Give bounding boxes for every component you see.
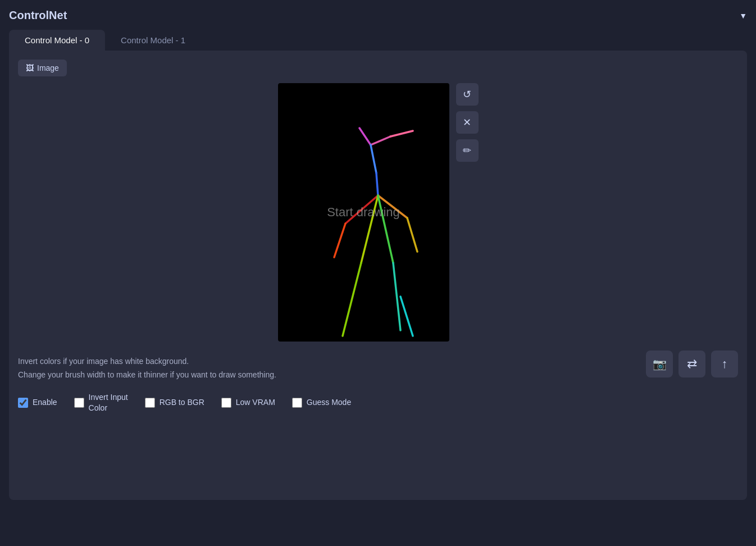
upload-button[interactable]: ↑ [711, 351, 738, 377]
image-icon: 🖼 [26, 63, 34, 72]
image-upload-row: 🖼 Image [18, 60, 738, 76]
svg-line-3 [371, 145, 376, 173]
app-header: ControlNet ▼ [9, 9, 747, 22]
svg-line-12 [393, 263, 400, 330]
app-container: ControlNet ▼ Control Model - 0 Control M… [0, 0, 756, 546]
svg-line-8 [407, 218, 417, 252]
action-buttons-group: 📷 ⇄ ↑ [646, 351, 738, 377]
rgb-to-bgr-checkbox-item[interactable]: RGB to BGR [145, 397, 204, 408]
close-icon: ✕ [463, 116, 471, 129]
invert-input-color-label: Invert InputColor [89, 392, 128, 414]
invert-input-color-checkbox[interactable] [74, 398, 84, 408]
enable-checkbox[interactable] [18, 398, 28, 408]
collapse-icon[interactable]: ▼ [739, 11, 747, 20]
swap-icon: ⇄ [687, 357, 697, 371]
main-panel: 🖼 Image [9, 51, 747, 500]
invert-input-color-checkbox-item[interactable]: Invert InputColor [74, 392, 128, 414]
app-title: ControlNet [9, 9, 67, 22]
camera-icon: 📷 [653, 357, 667, 371]
upload-icon: ↑ [722, 357, 728, 371]
svg-line-10 [343, 263, 361, 336]
rgb-to-bgr-label: RGB to BGR [160, 397, 204, 408]
image-tab-label: Image [37, 63, 59, 72]
tab-control-model-0[interactable]: Control Model - 0 [9, 30, 105, 51]
svg-line-13 [400, 297, 413, 336]
hint-line2: Change your brush width to make it thinn… [18, 368, 646, 382]
svg-line-5 [345, 195, 378, 224]
image-tab-button[interactable]: 🖼 Image [18, 60, 67, 76]
svg-line-4 [376, 173, 378, 195]
guess-mode-checkbox-item[interactable]: Guess Mode [292, 397, 351, 408]
camera-button[interactable]: 📷 [646, 351, 673, 377]
drawing-canvas[interactable]: Start drawing [278, 83, 449, 342]
checkboxes-row: Enable Invert InputColor RGB to BGR Low … [18, 392, 738, 414]
edit-button[interactable]: ✏ [456, 139, 479, 162]
svg-line-2 [390, 131, 413, 136]
undo-button[interactable]: ↺ [456, 83, 479, 106]
low-vram-checkbox-item[interactable]: Low VRAM [221, 397, 275, 408]
rgb-to-bgr-checkbox[interactable] [145, 398, 155, 408]
enable-label: Enable [33, 397, 57, 408]
tabs-row: Control Model - 0 Control Model - 1 [9, 30, 747, 51]
canvas-side-controls: ↺ ✕ ✏ [456, 83, 479, 342]
svg-line-1 [371, 136, 390, 145]
low-vram-checkbox[interactable] [221, 398, 231, 408]
svg-line-6 [334, 224, 345, 257]
close-button[interactable]: ✕ [456, 111, 479, 134]
enable-checkbox-item[interactable]: Enable [18, 397, 57, 408]
undo-icon: ↺ [463, 88, 471, 101]
svg-line-9 [361, 195, 378, 263]
hint-action-row: Invert colors if your image has white ba… [18, 351, 738, 386]
hint-line1: Invert colors if your image has white ba… [18, 355, 646, 368]
tab-control-model-1[interactable]: Control Model - 1 [105, 30, 201, 51]
svg-line-0 [359, 128, 371, 145]
hint-text: Invert colors if your image has white ba… [18, 355, 646, 382]
low-vram-label: Low VRAM [236, 397, 275, 408]
swap-button[interactable]: ⇄ [678, 351, 705, 377]
guess-mode-checkbox[interactable] [292, 398, 302, 408]
guess-mode-label: Guess Mode [307, 397, 351, 408]
pose-drawing [278, 83, 449, 342]
edit-icon: ✏ [463, 144, 471, 157]
